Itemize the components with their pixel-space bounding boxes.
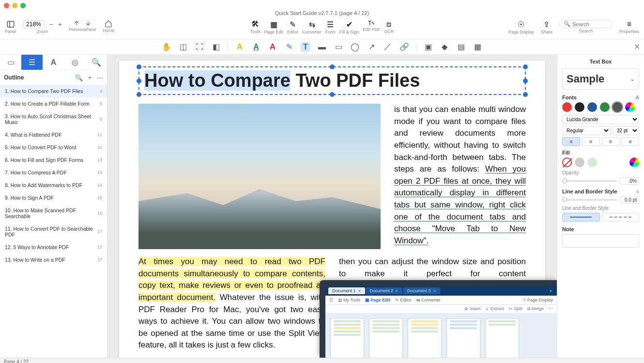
home-button[interactable]: Home	[103, 20, 114, 33]
pen-tool-icon[interactable]: ✎	[284, 42, 294, 52]
stamp4-icon[interactable]: ▦	[473, 42, 482, 52]
outline-item[interactable]: 5. How to Convert PDF to Word11	[0, 141, 107, 154]
close-window-icon[interactable]	[4, 3, 9, 8]
maximize-window-icon[interactable]	[20, 3, 26, 8]
outline-item[interactable]: 13. How to Write on a PDF17	[0, 253, 107, 266]
page-thumbnail[interactable]	[408, 318, 442, 358]
floating-tab[interactable]: Document 2✕	[366, 287, 403, 294]
share-button[interactable]: ⇪Share	[541, 20, 552, 34]
prev-page-icon[interactable]	[73, 20, 80, 27]
color-picker-icon[interactable]	[625, 102, 635, 112]
line-style-solid[interactable]	[562, 213, 600, 221]
outline-search-icon[interactable]: 🔍	[75, 74, 83, 81]
outline-item[interactable]: 7. How to Compress A PDF13	[0, 166, 107, 179]
fl-mode[interactable]: ⇆ Converter	[416, 298, 441, 302]
zoom-value[interactable]: 218%	[23, 20, 45, 29]
page-thumbnail[interactable]	[446, 318, 480, 358]
outline-item[interactable]: 4. What is Flattened PDF11	[0, 128, 107, 141]
outline-item[interactable]: 10. How to Make Scanned PDF Searchable16	[0, 204, 107, 222]
resize-handle[interactable]	[137, 79, 141, 83]
no-fill-icon[interactable]	[562, 158, 572, 167]
font-family-select[interactable]: Lucida Grande	[562, 115, 639, 124]
note-tool-icon[interactable]: ▬	[317, 42, 327, 52]
resize-handle[interactable]	[523, 64, 528, 69]
close-subtoolbar-icon[interactable]: ✕	[634, 42, 640, 51]
properties-button[interactable]: ≡Properties	[619, 20, 639, 34]
search-input[interactable]	[572, 21, 606, 27]
zoom-in-icon[interactable]: +	[58, 20, 62, 28]
link-tool-icon[interactable]: 🔗	[399, 42, 409, 52]
line-style-dashed[interactable]	[602, 213, 640, 221]
sample-preview[interactable]: Sample ⌄	[562, 68, 639, 90]
fl-action[interactable]: ✂ Split	[509, 306, 522, 312]
font-size-select[interactable]: 32 pt	[613, 126, 639, 135]
textbox-tool-icon[interactable]: T	[301, 42, 310, 52]
fl-action[interactable]: ⤓ Extract	[485, 306, 504, 312]
document-viewport[interactable]: How to Compare Two PDF Files is that you…	[107, 55, 557, 358]
fl-action[interactable]: ⊕ Insert	[464, 306, 480, 312]
resize-handle[interactable]	[523, 92, 528, 97]
close-icon[interactable]: ✕	[395, 289, 399, 293]
highlight-tool-icon[interactable]: A	[235, 42, 245, 52]
resize-handle[interactable]	[137, 64, 141, 69]
circle-tool-icon[interactable]: ◯	[350, 42, 360, 52]
color-swatch-red[interactable]	[562, 102, 572, 112]
find-tab-icon[interactable]: 🔍	[86, 55, 107, 70]
fl-action[interactable]: ⧉ Merge	[527, 306, 544, 312]
zoom-out-icon[interactable]: −	[49, 20, 53, 28]
fill-swatch[interactable]	[575, 158, 584, 167]
border-width-value[interactable]: 0.0 pt	[620, 196, 639, 204]
rect-tool-icon[interactable]: ▭	[334, 42, 343, 52]
color-swatch-black[interactable]	[575, 102, 584, 112]
fl-mode[interactable]: ▥ My Tools	[338, 298, 360, 302]
cube-tool-icon[interactable]: ◫	[178, 42, 188, 52]
align-right-icon[interactable]: ≡	[602, 137, 620, 146]
align-center-icon[interactable]: ≡	[582, 137, 600, 146]
outline-item[interactable]: 9. How to Sign A PDF15	[0, 191, 107, 204]
outline-item[interactable]: 6. How to Fill and Sign PDF Forms13	[0, 154, 107, 166]
form-button[interactable]: ☰Form	[325, 20, 336, 34]
outline-item[interactable]: 3. How to Auto Scroll Christmas Sheet Mu…	[0, 110, 107, 128]
note-input[interactable]	[562, 234, 639, 248]
opacity-value[interactable]: 0%	[620, 177, 639, 185]
outline-item[interactable]: 11. How to Convert PDF to Searchable PDF…	[0, 222, 107, 241]
outline-item[interactable]: 1. How to Compare Two PDF Files4	[0, 85, 107, 97]
next-page-icon[interactable]	[85, 20, 92, 27]
fl-more-icon[interactable]: ⋯	[549, 306, 553, 312]
editor-button[interactable]: ✎Editor	[287, 20, 299, 34]
thumb-tab-icon[interactable]: ▭	[0, 55, 21, 70]
color-swatch-gray[interactable]	[613, 102, 622, 112]
page-thumbnail[interactable]	[330, 318, 364, 358]
crop-tool-icon[interactable]: ◧	[211, 42, 221, 52]
outline-item[interactable]: 8. How to Add Watermarks to PDF14	[0, 179, 107, 191]
outline-item[interactable]: 2. How to Create a PDF Fillable Form5	[0, 97, 107, 110]
color-picker-icon[interactable]	[629, 158, 639, 167]
page-thumbnail[interactable]	[485, 318, 519, 358]
fl-mode[interactable]: ▦ Page Edit	[365, 298, 390, 302]
stamp2-icon[interactable]: ◆	[440, 42, 449, 52]
fl-mode[interactable]: ✎ Editor	[395, 298, 412, 302]
resize-handle[interactable]	[137, 92, 141, 97]
page-thumbnail[interactable]	[369, 318, 403, 358]
outline-add-icon[interactable]: ＋	[87, 73, 93, 82]
color-swatch-green[interactable]	[600, 102, 610, 112]
resize-handle[interactable]	[523, 79, 528, 83]
resize-handle[interactable]	[330, 64, 335, 69]
fl-mode[interactable]: ☉ Page Display	[522, 298, 553, 302]
floating-tab[interactable]: Document 1✕	[328, 287, 365, 294]
floating-window[interactable]: Document 1✕ Document 2✕ Document 3✕ ＋ ☰ …	[320, 280, 557, 358]
floating-tab[interactable]: Document 3✕	[403, 287, 440, 294]
line-tool-icon[interactable]: ／	[383, 42, 393, 52]
attach-tab-icon[interactable]: ◎	[64, 55, 86, 70]
search-input-wrap[interactable]: 🔍	[559, 20, 613, 28]
fl-menu-icon[interactable]: ☰	[329, 298, 333, 302]
align-left-icon[interactable]: ≡	[562, 137, 580, 146]
tools-button[interactable]: 🛠Tools	[250, 20, 261, 34]
edit-pdf-button[interactable]: T✎Edit PDF	[363, 20, 380, 34]
add-tab-icon[interactable]: ＋	[545, 287, 557, 295]
underline-tool-icon[interactable]: A	[251, 42, 261, 52]
align-justify-icon[interactable]: ≡	[621, 137, 639, 146]
annot-tab-icon[interactable]: A	[43, 55, 64, 70]
minimize-window-icon[interactable]	[12, 3, 17, 8]
outline-more-icon[interactable]: ⋯	[97, 74, 103, 81]
